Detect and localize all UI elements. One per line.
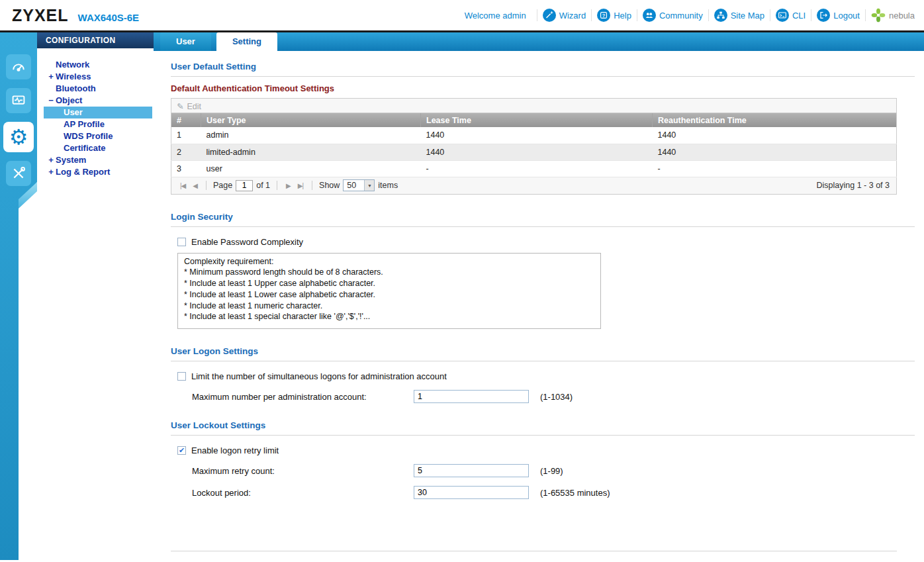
zyxel-logo: ZYXEL bbox=[12, 6, 69, 25]
table-row[interactable]: 2 limited-admin 1440 1440 bbox=[171, 144, 897, 160]
sitemap-icon bbox=[714, 9, 727, 22]
section-title-user-lockout: User Lockout Settings bbox=[171, 420, 915, 430]
divider bbox=[811, 9, 811, 21]
divider bbox=[171, 76, 915, 77]
sidebar-item-system[interactable]: +System bbox=[44, 154, 152, 166]
col-header-user-type[interactable]: User Type bbox=[201, 113, 421, 127]
sidebar: CONFIGURATION Network +Wireless Bluetoot… bbox=[37, 32, 154, 560]
table-row[interactable]: 3 user - - bbox=[171, 160, 897, 177]
field-hint: (1-99) bbox=[540, 466, 563, 476]
divider bbox=[277, 181, 277, 190]
help-icon: ? bbox=[597, 9, 610, 22]
checkbox-label: Enable Password Complexity bbox=[191, 237, 303, 247]
gear-icon bbox=[9, 126, 28, 148]
divider bbox=[637, 9, 637, 21]
max-admin-account-input[interactable] bbox=[414, 390, 529, 403]
max-retry-count-input[interactable] bbox=[414, 464, 529, 477]
sidebar-item-certificate[interactable]: Certificate bbox=[44, 142, 152, 154]
sidebar-item-wds-profile[interactable]: WDS Profile bbox=[44, 130, 152, 142]
table-header-row: # User Type Lease Time Reauthentication … bbox=[171, 113, 897, 127]
first-page-button[interactable]: |◀ bbox=[178, 182, 187, 189]
divider bbox=[591, 9, 592, 21]
cli-link[interactable]: CLI bbox=[776, 9, 806, 22]
displaying-status: Displaying 1 - 3 of 3 bbox=[817, 181, 890, 190]
checkbox-label: Enable logon retry limit bbox=[191, 445, 279, 455]
configuration-header: CONFIGURATION bbox=[37, 32, 154, 48]
table-cell: limited-admin bbox=[201, 144, 421, 160]
sidebar-item-user[interactable]: User bbox=[44, 107, 152, 118]
divider bbox=[171, 551, 897, 551]
divider bbox=[171, 226, 915, 227]
nebula-logo[interactable]: nebula bbox=[871, 8, 915, 23]
table-cell: 1440 bbox=[653, 127, 897, 144]
table-cell: - bbox=[653, 160, 897, 177]
sidebar-item-object[interactable]: −Object bbox=[44, 95, 152, 107]
page-number-input[interactable] bbox=[236, 180, 253, 191]
sidebar-item-network[interactable]: Network bbox=[44, 59, 152, 71]
maintenance-button[interactable] bbox=[6, 161, 31, 186]
sidebar-item-ap-profile[interactable]: AP Profile bbox=[44, 118, 152, 130]
lockout-period-label: Lockout period: bbox=[192, 488, 414, 498]
tab-setting[interactable]: Setting bbox=[216, 32, 277, 51]
checkbox-label: Limit the number of simultaneous logons … bbox=[191, 371, 447, 381]
col-header-lease-time[interactable]: Lease Time bbox=[421, 113, 653, 127]
divider bbox=[770, 9, 770, 21]
divider bbox=[206, 181, 207, 190]
edit-button[interactable]: Edit bbox=[177, 102, 201, 111]
auth-timeout-table: # User Type Lease Time Reauthentication … bbox=[171, 113, 897, 177]
gauge-icon bbox=[11, 59, 26, 75]
device-model: WAX640S-6E bbox=[78, 12, 140, 23]
table-cell: admin bbox=[201, 127, 421, 144]
max-admin-account-label: Maximum number per administration accoun… bbox=[192, 392, 414, 402]
sidebar-item-log-report[interactable]: +Log & Report bbox=[44, 166, 152, 178]
col-header-index[interactable]: # bbox=[171, 113, 201, 127]
sitemap-link[interactable]: Site Map bbox=[714, 9, 764, 22]
page-content: User Default Setting Default Authenticat… bbox=[154, 51, 924, 560]
max-retry-count-label: Maximum retry count: bbox=[192, 466, 414, 476]
limit-simultaneous-logons-checkbox[interactable] bbox=[177, 372, 186, 381]
field-hint: (1-65535 minutes) bbox=[540, 488, 610, 498]
tab-user[interactable]: User bbox=[160, 32, 211, 51]
monitor-button[interactable] bbox=[6, 88, 31, 113]
table-row[interactable]: 1 admin 1440 1440 bbox=[171, 127, 897, 144]
table-cell: 2 bbox=[171, 144, 201, 160]
divider bbox=[171, 435, 915, 436]
complexity-requirements-box: Complexity requirement: * Minimum passwo… bbox=[177, 253, 601, 330]
logout-link[interactable]: Logout bbox=[817, 9, 860, 22]
field-hint: (1-1034) bbox=[540, 392, 573, 402]
welcome-text: Welcome admin bbox=[465, 11, 526, 21]
community-icon bbox=[643, 9, 656, 22]
edit-icon bbox=[177, 102, 187, 111]
dashboard-button[interactable] bbox=[6, 54, 31, 79]
brand: ZYXEL WAX640S-6E bbox=[12, 6, 139, 25]
top-header: ZYXEL WAX640S-6E Welcome admin Wizard ? … bbox=[0, 0, 924, 32]
wizard-link[interactable]: Wizard bbox=[543, 9, 586, 22]
logout-icon bbox=[817, 9, 830, 22]
section-title-user-default: User Default Setting bbox=[171, 62, 915, 71]
page-of-label: of 1 bbox=[256, 181, 270, 190]
enable-password-complexity-checkbox[interactable] bbox=[177, 238, 186, 246]
table-cell: 3 bbox=[171, 160, 201, 177]
section-title-user-logon: User Logon Settings bbox=[171, 346, 915, 356]
divider bbox=[171, 361, 915, 361]
main-area: User Setting User Default Setting Defaul… bbox=[154, 32, 924, 560]
lockout-period-input[interactable] bbox=[414, 486, 529, 499]
svg-text:?: ? bbox=[602, 13, 606, 19]
last-page-button[interactable]: ▶| bbox=[296, 182, 305, 189]
show-items-select[interactable]: 50 bbox=[343, 179, 375, 191]
monitor-icon bbox=[11, 93, 26, 109]
configuration-button[interactable] bbox=[3, 122, 34, 152]
sidebar-item-bluetooth[interactable]: Bluetooth bbox=[44, 83, 152, 95]
prev-page-button[interactable]: ◀ bbox=[191, 182, 199, 189]
table-cell: 1440 bbox=[421, 127, 653, 144]
wand-icon bbox=[543, 9, 556, 22]
community-link[interactable]: Community bbox=[643, 9, 703, 22]
enable-logon-retry-limit-checkbox[interactable] bbox=[177, 446, 186, 455]
col-header-reauth-time[interactable]: Reauthentication Time bbox=[653, 113, 897, 127]
help-link[interactable]: ? Help bbox=[597, 9, 631, 22]
tools-icon bbox=[11, 165, 26, 181]
pagination-bar: |◀ ◀ Page of 1 ▶ ▶| Show 50 items bbox=[171, 177, 897, 195]
section-title-login-security: Login Security bbox=[171, 212, 915, 222]
sidebar-item-wireless[interactable]: +Wireless bbox=[44, 71, 152, 83]
next-page-button[interactable]: ▶ bbox=[284, 182, 293, 189]
